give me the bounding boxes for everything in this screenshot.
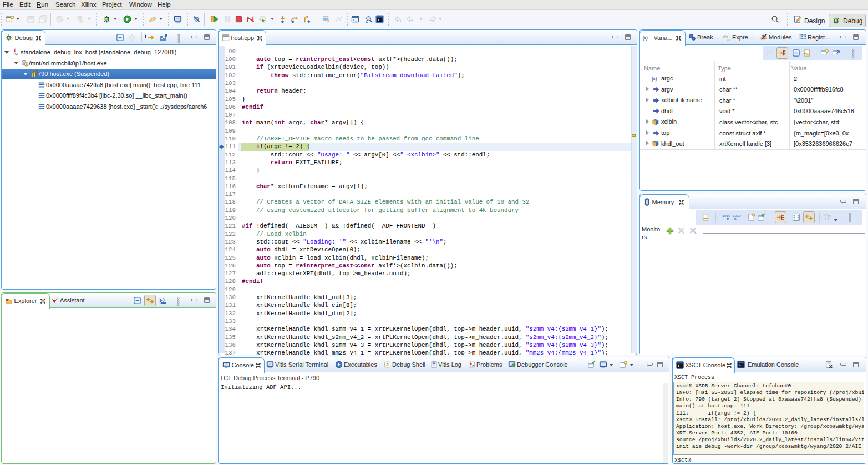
svg-text:TCF: TCF (13, 52, 19, 55)
svg-text:1010: 1010 (733, 214, 741, 218)
svg-text:J: J (386, 362, 389, 367)
svg-text:xy: xy (727, 38, 730, 41)
svg-text:1010: 1010 (722, 214, 730, 218)
